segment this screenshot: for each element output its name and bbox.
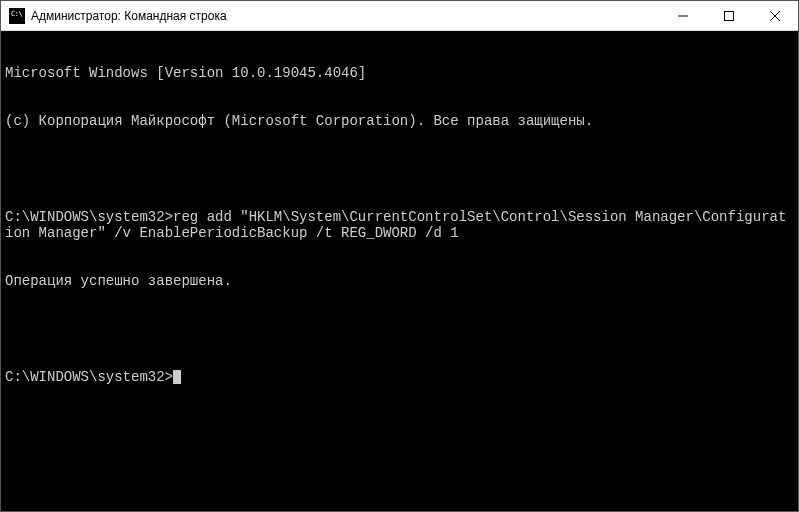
terminal-output: (с) Корпорация Майкрософт (Microsoft Cor… [5,113,794,129]
cursor [173,370,181,384]
terminal-prompt-line: C:\WINDOWS\system32> [5,369,794,385]
terminal-body[interactable]: Microsoft Windows [Version 10.0.19045.40… [1,31,798,511]
close-button[interactable] [752,1,798,30]
minimize-icon [678,11,688,21]
maximize-button[interactable] [706,1,752,30]
cmd-icon: C:\ [9,8,25,24]
terminal-output: Операция успешно завершена. [5,273,794,289]
prompt: C:\WINDOWS\system32> [5,209,173,225]
terminal-command-line: C:\WINDOWS\system32>reg add "HKLM\System… [5,209,794,241]
terminal-blank [5,321,794,337]
svg-rect-1 [725,11,734,20]
maximize-icon [724,11,734,21]
close-icon [770,11,780,21]
cmd-window: C:\ Администратор: Командная строка [0,0,799,512]
terminal-blank [5,161,794,177]
window-controls [660,1,798,30]
titlebar[interactable]: C:\ Администратор: Командная строка [1,1,798,31]
prompt: C:\WINDOWS\system32> [5,369,173,385]
terminal-output: Microsoft Windows [Version 10.0.19045.40… [5,65,794,81]
window-title: Администратор: Командная строка [31,9,660,23]
minimize-button[interactable] [660,1,706,30]
